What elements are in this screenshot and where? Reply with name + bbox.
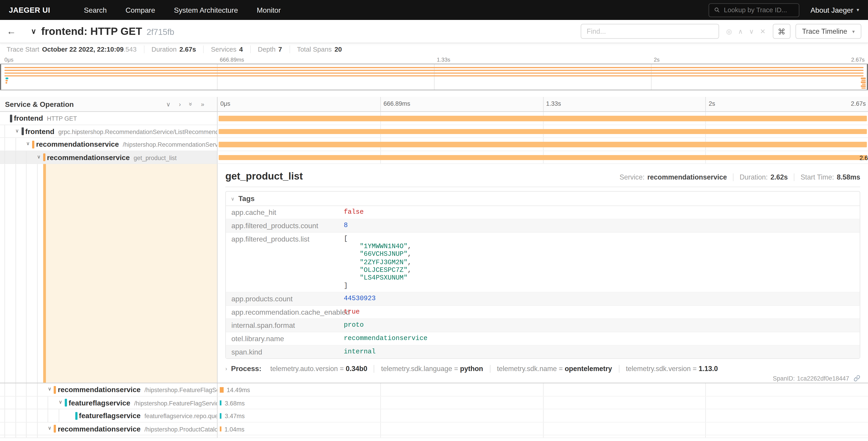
collapse-one-icon[interactable]: ∨	[166, 100, 170, 108]
span-row[interactable]: ∨recommendationservice/hipstershop.Recom…	[0, 138, 868, 151]
span-row-left[interactable]: ∨recommendationserviceget_product_list	[0, 151, 217, 164]
next-match-icon[interactable]: ∨	[749, 27, 754, 35]
minimap-right-handle[interactable]	[867, 64, 868, 90]
span-row[interactable]: ∨recommendationserviceget_product_list2.…	[0, 151, 868, 164]
chevron-down-icon[interactable]: ∨	[59, 399, 62, 405]
tag-value-punctuation	[344, 274, 360, 282]
span-row[interactable]: ∨frontendgrpc.hipstershop.Recommendation…	[0, 125, 868, 138]
indent-guide	[16, 383, 16, 396]
span-row-left[interactable]: ∨recommendationservice/hipstershop.Produ…	[0, 422, 217, 435]
span-bar[interactable]	[220, 413, 221, 418]
find-input[interactable]	[587, 27, 713, 35]
clear-find-icon[interactable]: ✕	[760, 27, 766, 35]
search-icon	[714, 6, 720, 13]
trace-view-selector[interactable]: Trace Timeline ▾	[795, 24, 861, 39]
process-item: telemetry.auto.version = 0.34b0	[264, 365, 374, 373]
operation-name: /hipstershop.RecommendationService/Lis…	[123, 141, 218, 148]
trace-id-search-box[interactable]	[709, 3, 800, 17]
app-logo[interactable]: JAEGER UI	[9, 6, 50, 14]
chevron-down-icon: ∨	[231, 196, 235, 201]
tag-value-punctuation: ,	[407, 266, 412, 274]
timeline-gridline	[705, 409, 706, 422]
span-bar[interactable]	[220, 400, 221, 406]
span-row[interactable]	[0, 435, 868, 438]
service-color-bar	[21, 127, 24, 135]
minimap-left-handle[interactable]	[0, 64, 1, 90]
span-row[interactable]: featureflagservicefeatureflagservice.rep…	[0, 409, 868, 422]
span-bar-cell[interactable]: 2.6	[217, 151, 868, 164]
top-nav: JAEGER UI Search Compare System Architec…	[0, 0, 868, 20]
span-row[interactable]: ∨recommendationservice/hipstershop.Produ…	[0, 422, 868, 435]
indent-guide	[16, 151, 16, 164]
tag-value-number: 44530923	[339, 293, 380, 305]
span-bar[interactable]	[219, 155, 867, 160]
span-bar[interactable]	[220, 387, 223, 392]
span-bar[interactable]	[219, 142, 867, 147]
span-row[interactable]: frontendHTTP GET	[0, 112, 868, 125]
back-arrow-icon[interactable]: ←	[6, 26, 23, 37]
process-item: telemetry.sdk.language = python	[374, 365, 490, 373]
span-bar-cell[interactable]: 3.47ms	[217, 409, 868, 422]
link-icon[interactable]	[854, 375, 860, 382]
process-row[interactable]: › Process: telemetry.auto.version = 0.34…	[225, 365, 860, 373]
span-row-left[interactable]: featureflagservicefeatureflagservice.rep…	[0, 409, 217, 422]
span-row[interactable]: ∨recommendationservice/hipstershop.Featu…	[0, 383, 868, 396]
span-row-left[interactable]: ∨frontendgrpc.hipstershop.Recommendation…	[0, 125, 217, 138]
tag-value-string: "66VCHSJNUP"	[360, 251, 407, 258]
chevron-down-icon[interactable]: ∨	[48, 425, 51, 431]
find-box[interactable]	[581, 24, 719, 39]
indent-guide	[26, 435, 27, 438]
span-row-left[interactable]: ∨recommendationservice/hipstershop.Recom…	[0, 138, 217, 151]
trace-title-collapse-icon[interactable]: ∨	[31, 27, 36, 35]
service-name: recommendationservice/hipstershop.Produc…	[58, 424, 217, 433]
span-id-row: SpanID: 1ca2262df0e18447	[225, 373, 860, 383]
chevron-down-icon[interactable]: ∨	[48, 386, 51, 391]
operation-name: HTTP GET	[47, 115, 77, 122]
find-matches-icon[interactable]: ◎	[726, 27, 732, 35]
minimap-tick-label: 2s	[654, 57, 660, 63]
about-jaeger-menu[interactable]: About Jaeger ▾	[810, 6, 859, 14]
span-row-left[interactable]: frontendHTTP GET	[0, 112, 217, 125]
service-name: recommendationservice/hipstershop.Featur…	[58, 385, 217, 394]
nav-item-monitor[interactable]: Monitor	[247, 6, 290, 14]
tags-accordion-header[interactable]: ∨ Tags	[226, 192, 860, 205]
span-bar-cell[interactable]: 1.04ms	[217, 422, 868, 435]
span-bar[interactable]	[220, 426, 221, 432]
process-value: 1.13.0	[699, 365, 718, 373]
minimap-span-line	[862, 80, 866, 81]
tag-row: app.recommendation.cache_enabledtrue	[226, 306, 860, 319]
chevron-down-icon[interactable]: ∨	[37, 154, 40, 159]
span-bar-cell[interactable]	[217, 435, 868, 438]
keyboard-shortcuts-button[interactable]: ⌘	[773, 24, 790, 39]
span-duration-label: 3.47ms	[225, 413, 245, 419]
nav-item-compare[interactable]: Compare	[116, 6, 164, 14]
span-bar-cell[interactable]: 3.68ms	[217, 396, 868, 409]
summary-value: 20	[335, 46, 342, 53]
span-bar-cell[interactable]	[217, 138, 868, 151]
span-bar[interactable]	[219, 116, 867, 121]
expand-all-icon[interactable]: »	[201, 101, 204, 107]
span-bar[interactable]	[219, 129, 867, 134]
span-row[interactable]: ∨featureflagservice/hipstershop.FeatureF…	[0, 396, 868, 409]
span-row-left[interactable]: ∨recommendationservice/hipstershop.Featu…	[0, 383, 217, 396]
chevron-down-icon[interactable]: ∨	[16, 128, 19, 133]
trace-id-search-input[interactable]	[724, 6, 794, 14]
span-bar-cell[interactable]: 14.49ms	[217, 383, 868, 396]
span-bar-cell[interactable]	[217, 112, 868, 125]
span-row-left[interactable]	[0, 435, 217, 438]
summary-total-spans: Total Spans 20	[289, 46, 349, 53]
jaeger-trace-page: JAEGER UI Search Compare System Architec…	[0, 0, 868, 441]
collapse-all-icon[interactable]: »	[188, 102, 194, 106]
span-row-left[interactable]: ∨featureflagservice/hipstershop.FeatureF…	[0, 396, 217, 409]
nav-item-search[interactable]: Search	[74, 6, 116, 14]
process-key: telemetry.auto.version	[270, 365, 338, 373]
expand-one-icon[interactable]: ›	[179, 101, 181, 107]
summary-suffix: .543	[124, 46, 136, 53]
span-bar-cell[interactable]	[217, 125, 868, 138]
timeline-tick-label: 2s	[705, 97, 715, 111]
span-rows-top: frontendHTTP GET∨frontendgrpc.hipstersho…	[0, 112, 868, 164]
chevron-down-icon[interactable]: ∨	[26, 141, 30, 146]
nav-item-system-architecture[interactable]: System Architecture	[164, 6, 247, 14]
prev-match-icon[interactable]: ∧	[738, 27, 743, 35]
minimap-canvas[interactable]	[0, 64, 868, 90]
